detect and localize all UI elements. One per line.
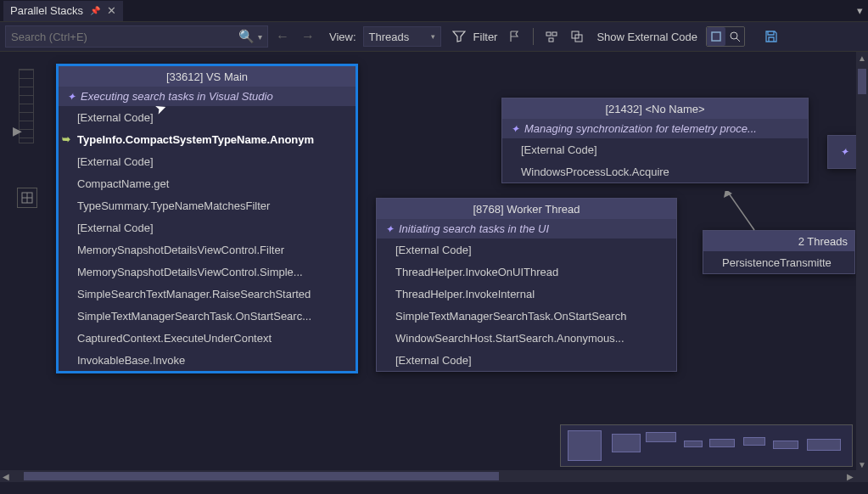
vertical-scrollbar[interactable]: ▲ ▼ [856,52,868,470]
zoom-search-icon[interactable] [725,27,744,46]
zoom-ruler-caret[interactable]: ▶ [13,124,22,138]
toggle-method-view-icon[interactable] [540,25,563,48]
stack-frame-row[interactable]: [External Code] [502,138,808,160]
svg-point-6 [731,32,737,39]
scroll-right-icon[interactable]: ▶ [844,470,856,482]
close-icon[interactable]: ✕ [107,4,116,17]
scroll-down-icon[interactable]: ▼ [856,458,868,470]
search-dropdown-icon[interactable]: ▾ [255,32,262,42]
connector-line [717,191,768,233]
stack-frame-row[interactable]: SimpleTextManagerSearchTask.OnStartSearc… [59,305,356,327]
scroll-left-icon[interactable]: ◀ [0,470,12,482]
stack-frame-row[interactable]: [External Code] [59,150,356,172]
filter-label: Filter [473,31,498,43]
stack-frame-row[interactable]: ➥ TypeInfo.CompactSystemTypeName.Anonym [59,128,356,150]
layout-button[interactable] [17,188,37,208]
zoom-tool-group [706,26,745,47]
stack-frame-row[interactable]: WindowSearchHost.StartSearch.Anonymous..… [377,327,676,349]
sparkle-icon: ✦ [385,223,394,235]
scroll-thumb[interactable] [858,69,866,94]
thread-subtitle: ✦ Managing synchronization for telemetry… [502,119,808,138]
stack-frame-row[interactable]: SimpleSearchTextManager.RaiseSearchStart… [59,283,356,305]
flag-icon[interactable] [504,25,526,48]
thread-header: 2 Threads [703,231,854,251]
tab-title: Parallel Stacks [10,4,83,17]
stack-frame-row[interactable]: TypeSummary.TypeNameMatchesFilter [59,194,356,216]
view-select[interactable]: Threads ▾ [363,26,441,47]
svg-rect-1 [552,32,557,36]
sparkle-icon: ✦ [840,146,848,158]
svg-line-11 [727,191,754,230]
nav-back-button[interactable]: ← [272,25,294,48]
horizontal-scrollbar[interactable]: ◀ ▶ [0,470,856,482]
search-input-wrap[interactable]: 🔍 ▾ [5,25,268,48]
stack-frame-row[interactable]: CapturedContext.ExecuteUnderContext [59,327,356,349]
thread-box-worker[interactable]: [8768] Worker Thread ✦ Initiating search… [376,198,677,372]
stack-frame-row[interactable]: InvokableBase.Invoke [59,349,356,371]
tab-parallel-stacks[interactable]: Parallel Stacks 📌 ✕ [3,1,123,21]
search-icon[interactable]: 🔍 [238,29,255,44]
thread-subtitle: ✦ Initiating search tasks in the UI [377,219,676,239]
sparkle-icon: ✦ [67,91,76,103]
chevron-down-icon: ▾ [431,32,435,41]
stack-frame-row[interactable]: CompactName.get [59,172,356,194]
thread-header: [33612] VS Main [59,66,356,87]
pin-icon[interactable]: 📌 [90,6,100,15]
stack-frame-row[interactable]: MemorySnapshotDetailsViewControl.Filter [59,239,356,261]
stacks-canvas[interactable]: ▶ [33612] VS Main ✦ Executing search tas… [0,52,868,482]
scroll-up-icon[interactable]: ▲ [856,52,868,64]
thread-box-vs-main[interactable]: [33612] VS Main ✦ Executing search tasks… [56,64,358,373]
stack-frame-row[interactable]: MemorySnapshotDetailsViewControl.Simple.… [59,261,356,283]
stack-frame-row[interactable]: [External Code] [377,349,676,371]
view-select-value: Threads [369,31,410,43]
thread-box-no-name[interactable]: [21432] <No Name> ✦ Managing synchroniza… [501,98,809,183]
stack-frame-row[interactable]: ThreadHelper.InvokeOnUIThread [377,261,676,283]
filter-icon[interactable] [448,25,470,48]
thread-header: [21432] <No Name> [502,98,808,119]
save-icon[interactable] [760,25,782,48]
svg-rect-2 [549,38,553,42]
zoom-box-icon[interactable] [707,27,725,46]
stack-frame-row[interactable]: [External Code] [59,106,356,128]
view-label: View: [329,31,356,43]
thread-header: [8768] Worker Thread [377,199,676,219]
svg-marker-12 [724,191,732,198]
stack-frame-row[interactable]: [External Code] [377,239,676,261]
show-external-code-button[interactable]: Show External Code [591,25,703,48]
stack-frame-row[interactable]: ThreadHelper.InvokeInternal [377,283,676,305]
current-frame-icon: ➥ [62,133,74,145]
thread-box-two-threads[interactable]: 2 Threads PersistenceTransmitte [703,230,855,274]
stack-frame-row[interactable]: SimpleTextManagerSearchTask.OnStartSearc… [377,305,676,327]
tab-bar: Parallel Stacks 📌 ✕ ▾ [0,0,868,22]
stack-frame-row[interactable]: WindowsProcessLock.Acquire [502,160,808,182]
nav-forward-button[interactable]: → [297,25,319,48]
minimap[interactable] [560,424,853,467]
svg-line-7 [736,38,740,42]
sparkle-icon: ✦ [511,123,519,135]
search-input[interactable] [11,31,238,43]
scroll-corner [856,470,868,482]
stack-frame-row[interactable]: PersistenceTransmitte [703,251,854,273]
toolbar: 🔍 ▾ ← → View: Threads ▾ Filter Show Exte… [0,22,868,52]
scroll-thumb[interactable] [24,472,499,480]
tab-dropdown-icon[interactable]: ▾ [852,4,868,17]
svg-rect-0 [546,32,551,36]
auto-scroll-icon[interactable] [566,25,588,48]
stack-frame-row[interactable]: [External Code] [59,216,356,239]
svg-rect-5 [712,32,720,41]
thread-subtitle: ✦ Executing search tasks in Visual Studi… [59,87,356,106]
